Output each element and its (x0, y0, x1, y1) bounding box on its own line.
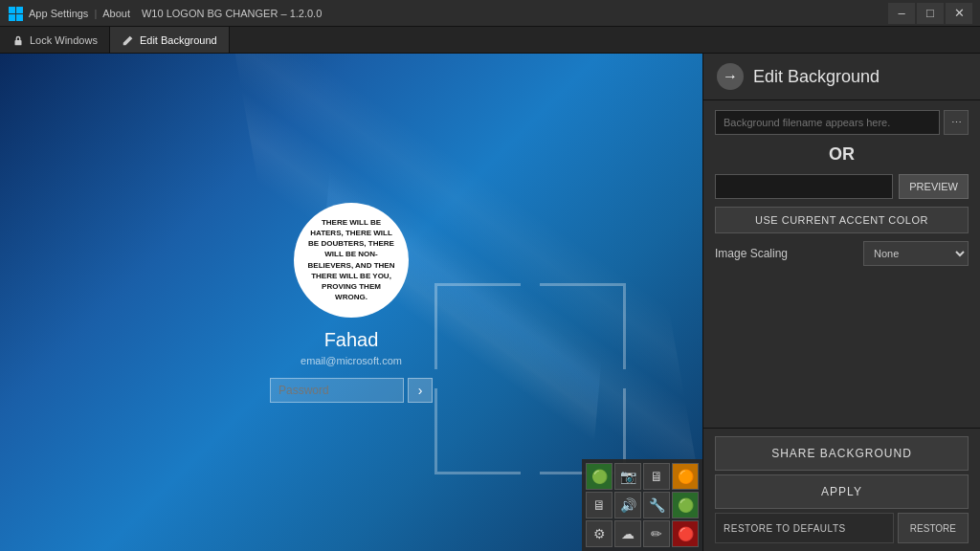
taskbar-row-2: 🖥 🔊 🔧 🟢 (586, 492, 699, 518)
window-title: W10 LOGON BG CHANGER – 1.2.0.0 (142, 8, 888, 19)
taskbar-icon-7[interactable]: 🔧 (643, 492, 670, 518)
tab-lock-label: Lock Windows (30, 34, 98, 46)
browse-button[interactable]: ⋯ (944, 110, 969, 135)
svg-rect-0 (9, 7, 15, 13)
about-link[interactable]: About (102, 8, 130, 19)
login-background: THERE WILL BE HATERS, THERE WILL BE DOUB… (0, 54, 702, 551)
svg-rect-1 (16, 7, 23, 13)
taskbar-icon-9[interactable]: ⚙ (586, 520, 612, 547)
scaling-label: Image Scaling (715, 247, 788, 260)
taskbar-overlay: 🟢 📷 🖥 🟠 🖥 🔊 🔧 🟢 ⚙ ☁ ✏ 🔴 (582, 459, 702, 551)
minimize-button[interactable]: – (888, 3, 915, 24)
tab-bar: Lock Windows Edit Background (0, 27, 980, 54)
tab-edit-background[interactable]: Edit Background (110, 27, 230, 53)
taskbar-icon-3[interactable]: 🖥 (643, 463, 670, 490)
svg-rect-4 (15, 40, 22, 45)
taskbar-icon-8[interactable]: 🟢 (672, 492, 699, 518)
taskbar-icon-2[interactable]: 📷 (614, 463, 641, 490)
right-panel: → Edit Background ⋯ OR PREVIEW USE CURRE… (702, 54, 980, 551)
password-input[interactable] (270, 378, 404, 403)
user-name: Fahad (324, 329, 379, 351)
panel-header: → Edit Background (703, 54, 980, 100)
scaling-row: Image Scaling None Fill Fit Stretch Cent… (715, 241, 969, 266)
tab-lock-windows[interactable]: Lock Windows (0, 27, 110, 53)
edit-icon (122, 33, 135, 47)
preview-pane: THERE WILL BE HATERS, THERE WILL BE DOUB… (0, 54, 702, 551)
password-row: › (270, 378, 433, 403)
taskbar-icon-4[interactable]: 🟠 (672, 463, 699, 490)
preview-button[interactable]: PREVIEW (899, 174, 969, 199)
panel-title: Edit Background (753, 67, 880, 87)
apply-button[interactable]: APPLY (715, 474, 969, 509)
main-layout: THERE WILL BE HATERS, THERE WILL BE DOUB… (0, 54, 980, 551)
avatar-text: THERE WILL BE HATERS, THERE WILL BE DOUB… (294, 206, 409, 315)
user-email: email@microsoft.com (301, 355, 402, 366)
svg-rect-3 (16, 14, 23, 21)
taskbar-icon-11[interactable]: ✏ (643, 520, 670, 547)
app-settings-link[interactable]: App Settings (29, 8, 88, 19)
spacer (715, 274, 969, 418)
submit-password-button[interactable]: › (408, 378, 433, 403)
svg-rect-2 (9, 14, 15, 21)
window-controls: – □ ✕ (888, 3, 972, 24)
avatar: THERE WILL BE HATERS, THERE WILL BE DOUB… (294, 203, 409, 318)
panel-body: ⋯ OR PREVIEW USE CURRENT ACCENT COLOR Im… (703, 100, 980, 428)
filename-input[interactable] (715, 110, 940, 135)
taskbar-icon-1[interactable]: 🟢 (586, 463, 612, 490)
restore-row: RESTORE TO DEFAULTS RESTORE (715, 513, 969, 543)
edit-bg-icon: → (717, 63, 744, 90)
app-icon (8, 6, 23, 21)
windows-logo-decoration (434, 283, 626, 474)
filename-row: ⋯ (715, 110, 969, 135)
color-input[interactable] (715, 174, 893, 199)
taskbar-icon-5[interactable]: 🖥 (586, 492, 612, 518)
accent-color-button[interactable]: USE CURRENT ACCENT COLOR (715, 207, 969, 233)
maximize-button[interactable]: □ (917, 3, 944, 24)
title-bar: App Settings | About W10 LOGON BG CHANGE… (0, 0, 980, 27)
color-row: PREVIEW (715, 174, 969, 199)
bottom-buttons: SHARE BACKGROUND APPLY RESTORE TO DEFAUL… (703, 428, 980, 551)
close-button[interactable]: ✕ (946, 3, 972, 24)
restore-defaults-label[interactable]: RESTORE TO DEFAULTS (715, 513, 894, 543)
taskbar-row-3: ⚙ ☁ ✏ 🔴 (586, 520, 699, 547)
taskbar-icon-10[interactable]: ☁ (614, 520, 641, 547)
share-background-button[interactable]: SHARE BACKGROUND (715, 436, 969, 471)
taskbar-row-1: 🟢 📷 🖥 🟠 (586, 463, 699, 490)
tab-edit-label: Edit Background (140, 34, 217, 46)
scaling-select[interactable]: None Fill Fit Stretch Center Span (863, 241, 969, 266)
lock-icon (11, 33, 25, 47)
taskbar-icon-12[interactable]: 🔴 (672, 520, 699, 547)
restore-button[interactable]: RESTORE (898, 513, 969, 543)
or-divider: OR (715, 144, 969, 165)
taskbar-icon-6[interactable]: 🔊 (614, 492, 641, 518)
